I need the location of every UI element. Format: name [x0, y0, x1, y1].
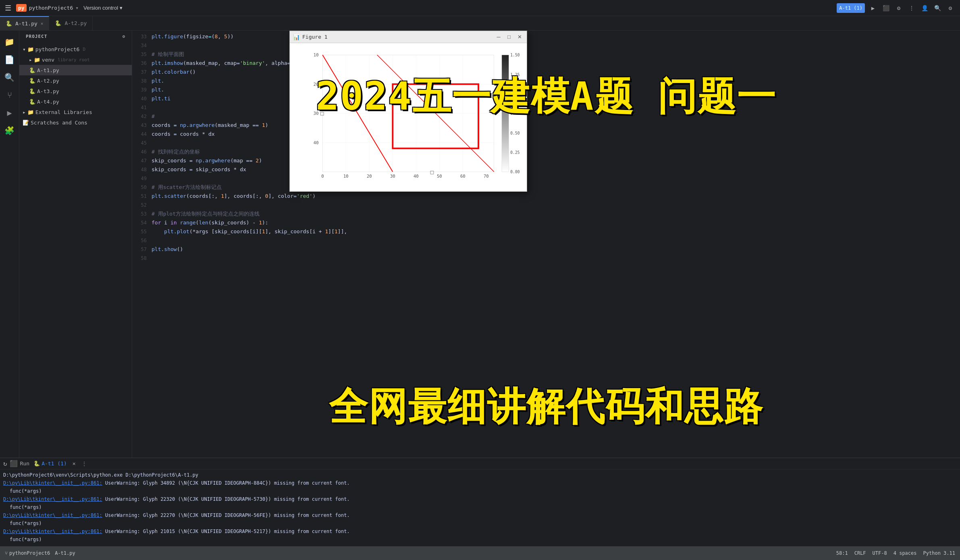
terminal-link-3[interactable]: D:\py\Lib\tkinter\__init__.py:861:	[3, 512, 102, 518]
more-icon[interactable]: ⋮	[907, 3, 916, 13]
stop-run-button[interactable]: ⬛	[10, 460, 18, 467]
at2-label: A-t2.py	[37, 78, 59, 84]
at1-file-icon: 🐍	[29, 67, 35, 73]
tab-a-t2[interactable]: 🐍 A-t2.py	[49, 16, 93, 31]
user-icon[interactable]: 👤	[920, 3, 929, 13]
gear-icon[interactable]: ⚙	[945, 3, 955, 13]
crlf-label: CRLF	[854, 550, 866, 556]
run-activity-icon[interactable]: ▶	[2, 105, 18, 121]
project-icon[interactable]: 📁	[2, 34, 18, 50]
project-folder-label: pythonProject6	[35, 46, 80, 52]
svg-text:1.00: 1.00	[510, 92, 519, 96]
vc-chevron-icon: ▾	[120, 5, 123, 11]
svg-text:60: 60	[460, 174, 465, 179]
project-dropdown-icon[interactable]: ▾	[75, 5, 79, 11]
extensions-icon[interactable]: 🧩	[2, 122, 18, 139]
version-control-button[interactable]: Version control ▾	[83, 5, 123, 11]
terminal-line-3: D:\py\Lib\tkinter\__init__.py:861: UserW…	[3, 495, 957, 503]
run-badge-label: A-t1 (1)	[839, 5, 862, 11]
stop-icon[interactable]: ⬛	[881, 3, 891, 13]
terminal-link-1[interactable]: D:\py\Lib\tkinter\__init__.py:861:	[3, 480, 102, 486]
ext-libs-expand-icon: ▸	[23, 109, 26, 115]
terminal-link-2[interactable]: D:\py\Lib\tkinter\__init__.py:861:	[3, 496, 102, 502]
code-line-40: 40 plt.ti	[132, 94, 960, 103]
statusbar-right: 58:1 CRLF UTF-8 4 spaces Python 3.11	[836, 550, 955, 556]
encoding-item[interactable]: UTF-8	[873, 550, 887, 556]
sidebar-item-at2[interactable]: 🐍 A-t2.py	[19, 75, 132, 86]
indent-label: 4 spaces	[894, 550, 917, 556]
code-line-35: 35 # 绘制平面图	[132, 50, 960, 59]
svg-text:0: 0	[321, 174, 324, 179]
sidebar-item-venv[interactable]: ▸ 📁 venv library root	[19, 54, 132, 65]
svg-text:40: 40	[314, 140, 319, 145]
rerun-button[interactable]: ↻	[3, 460, 7, 467]
figure-close-button[interactable]: ✕	[515, 33, 524, 41]
sidebar-item-pythonProject6[interactable]: ▾ 📁 pythonProject6 D	[19, 44, 132, 54]
bottom-panel: ↻ ⬛ Run 🐍 A-t1 (1) ✕ ⋮ D:\pythonProject6…	[0, 458, 960, 546]
run-badge[interactable]: A-t1 (1)	[837, 3, 865, 13]
terminal-link-4[interactable]: D:\py\Lib\tkinter\__init__.py:861:	[3, 529, 102, 534]
run-file-icon: 🐍	[33, 460, 40, 467]
line-col-label: 58:1	[836, 550, 848, 556]
scratches-file-icon: 📝	[23, 120, 29, 126]
search-icon[interactable]: 🔍	[933, 3, 942, 13]
python-file-icon-2: 🐍	[55, 20, 61, 26]
plot-svg: 0 10 20 30 40 50 60 70 10 20 30 40	[294, 47, 523, 187]
tab-a-t1[interactable]: 🐍 A-t1.py ✕	[0, 16, 49, 31]
python-version-item[interactable]: Python 3.11	[923, 550, 955, 556]
code-line-33: 33 plt.figure(figsize=(8, 5))	[132, 32, 960, 41]
sidebar-item-external-libraries[interactable]: ▸ 📁 External Libraries	[19, 107, 132, 117]
code-line-41: 41	[132, 103, 960, 112]
terminal-warning-3: UserWarning: Glyph 22270 (\N{CJK UNIFIED…	[102, 512, 350, 518]
tab-bar: 🐍 A-t1.py ✕ 🐍 A-t2.py	[0, 16, 960, 31]
vc-label: Version control	[83, 5, 118, 11]
svg-text:10: 10	[314, 52, 319, 58]
svg-text:30: 30	[314, 111, 319, 116]
git-icon: ⑂	[5, 550, 8, 556]
search-activity-icon[interactable]: 🔍	[2, 69, 18, 85]
svg-text:70: 70	[484, 174, 489, 179]
sidebar-item-at3[interactable]: 🐍 A-t3.py	[19, 86, 132, 96]
figure-body: 0 10 20 30 40 50 60 70 10 20 30 40	[290, 43, 527, 191]
hamburger-icon[interactable]: ☰	[5, 4, 11, 12]
terminal-warning-4: UserWarning: Glyph 21015 (\N{CJK UNIFIED…	[102, 529, 350, 534]
terminal-warning-1: UserWarning: Glyph 34892 (\N{CJK UNIFIED…	[102, 480, 350, 486]
terminal-line-4: D:\py\Lib\tkinter\__init__.py:861: UserW…	[3, 511, 957, 519]
indent-item[interactable]: 4 spaces	[894, 550, 917, 556]
code-line-43: 43 coords = np.argwhere(masked_map == 1)	[132, 121, 960, 130]
line-col-item[interactable]: 58:1	[836, 550, 848, 556]
svg-text:50: 50	[437, 174, 442, 179]
crlf-item[interactable]: CRLF	[854, 550, 866, 556]
sidebar-item-at4[interactable]: 🐍 A-t4.py	[19, 96, 132, 107]
sidebar-menu-icon[interactable]: ⚙	[122, 34, 125, 39]
sidebar-item-at1[interactable]: 🐍 A-t1.py	[19, 65, 132, 75]
run-icon[interactable]: ▶	[868, 3, 878, 13]
code-line-45: 45	[132, 139, 960, 147]
code-line-52: 52	[132, 201, 960, 209]
settings-icon[interactable]: ⚙	[894, 3, 904, 13]
vcs-icon[interactable]: ⑂	[2, 87, 18, 103]
terminal-line-5b: func(*args)	[3, 535, 957, 543]
sidebar-item-scratches[interactable]: 📝 Scratches and Cons	[19, 117, 132, 128]
figure-window[interactable]: 📊 Figure 1 ─ □ ✕	[289, 31, 527, 192]
files-icon[interactable]: 📄	[2, 52, 18, 68]
encoding-label: UTF-8	[873, 550, 887, 556]
folder-expand-icon: ▾	[23, 46, 26, 52]
run-more-button[interactable]: ⋮	[81, 460, 87, 467]
statusbar: ⑂ pythonProject6 A-t1.py 58:1 CRLF UTF-8…	[0, 546, 960, 560]
folder-expand-icon-venv: ▸	[29, 57, 32, 63]
run-indicator: 🐍 A-t1 (1)	[33, 460, 67, 467]
at4-label: A-t4.py	[37, 99, 59, 105]
code-line-57: 57 plt.show()	[132, 245, 960, 254]
run-close-button[interactable]: ✕	[73, 460, 76, 467]
tab-a-t1-close[interactable]: ✕	[41, 21, 44, 26]
svg-text:0.50: 0.50	[510, 131, 519, 135]
svg-rect-27	[502, 55, 509, 172]
figure-maximize-button[interactable]: □	[505, 33, 513, 41]
terminal-warning-2: UserWarning: Glyph 22320 (\N{CJK UNIFIED…	[102, 496, 350, 502]
svg-text:1.50: 1.50	[510, 53, 519, 57]
at2-file-icon: 🐍	[29, 78, 35, 84]
file-path-item[interactable]: A-t1.py	[55, 550, 75, 556]
git-branch-item[interactable]: ⑂ pythonProject6	[5, 550, 50, 556]
figure-minimize-button[interactable]: ─	[495, 33, 503, 41]
